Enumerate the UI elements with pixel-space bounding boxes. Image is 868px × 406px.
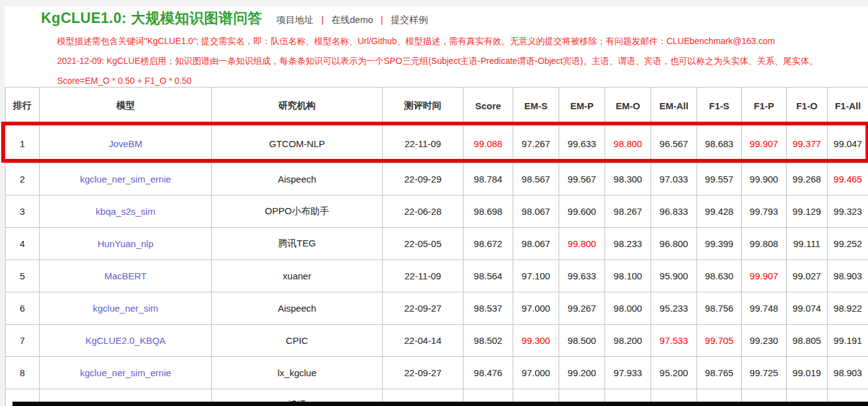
table-row: 6 kgclue_ner_sim Aispeech 22-09-27 98.53… bbox=[6, 292, 868, 325]
f1-all-cell: 98.903 bbox=[828, 357, 868, 389]
f1-s-cell: 98.765 bbox=[697, 357, 742, 389]
table-body: 1 JoveBM GTCOM-NLP 22-11-09 99.088 97.26… bbox=[6, 125, 868, 406]
f1-s-cell: 99.557 bbox=[697, 163, 742, 196]
table-row: 1 JoveBM GTCOM-NLP 22-11-09 99.088 97.26… bbox=[6, 125, 868, 163]
notice-block: 模型描述需包含关键词"KgCLUE1.0"; 提交需实名，即：队伍名称、模型名称… bbox=[57, 35, 868, 86]
header-links: 项目地址 | 在线demo | 提交样例 bbox=[276, 14, 428, 25]
col-header-f1-p: F1-P bbox=[742, 88, 787, 125]
leaderboard-table-wrap: 排行 模型 研究机构 测评时间 Score EM-S EM-P EM-O EM-… bbox=[5, 87, 868, 406]
table-row: 3 kbqa_s2s_sim OPPO小布助手 22-06-28 98.698 … bbox=[6, 196, 868, 228]
model-cell: MacBERT bbox=[40, 260, 212, 292]
em-o-cell: 97.933 bbox=[605, 357, 651, 389]
link-separator: | bbox=[321, 14, 324, 25]
f1-o-cell: 99.019 bbox=[787, 357, 828, 389]
date-cell: 22-11-09 bbox=[383, 125, 464, 163]
score-cell: 98.698 bbox=[464, 196, 513, 228]
rank-cell: 8 bbox=[6, 357, 40, 389]
page-header: KgCLUE1.0: 大规模知识图谱问答 项目地址 | 在线demo | 提交样… bbox=[5, 6, 868, 28]
em-all-cell: 96.567 bbox=[651, 125, 697, 163]
date-cell: 22-04-14 bbox=[383, 325, 464, 357]
f1-all-cell: 99.047 bbox=[828, 125, 868, 163]
score-cell: 98.476 bbox=[464, 357, 513, 389]
model-link[interactable]: JoveBM bbox=[109, 138, 142, 149]
rank-cell: 2 bbox=[6, 163, 40, 196]
online-demo-link[interactable]: 在线demo bbox=[331, 14, 373, 25]
em-all-cell: 96.833 bbox=[651, 196, 697, 228]
score-cell: 98.502 bbox=[464, 325, 513, 357]
table-row: 5 MacBERT xuaner 22-11-09 98.564 97.100 … bbox=[6, 260, 868, 292]
col-header-f1-s: F1-S bbox=[697, 88, 742, 125]
model-link[interactable]: kbqa_s2s_sim bbox=[96, 206, 155, 217]
f1-o-cell: 99.074 bbox=[787, 292, 828, 325]
f1-p-cell: 99.230 bbox=[742, 325, 787, 357]
model-link[interactable]: MacBERT bbox=[104, 271, 147, 281]
model-cell: kgclue_ner_sim_ernie bbox=[40, 357, 212, 389]
org-cell: CPIC bbox=[212, 325, 383, 357]
col-header-em-all: EM-All bbox=[651, 88, 697, 125]
model-link[interactable]: kgclue_ner_sim bbox=[93, 303, 158, 314]
model-link[interactable]: kgclue_ner_sim_ernie bbox=[80, 174, 171, 184]
f1-s-cell: 99.399 bbox=[697, 228, 742, 260]
em-s-cell: 97.000 bbox=[513, 292, 559, 325]
em-o-cell: 98.233 bbox=[605, 228, 651, 260]
date-cell: 22-06-28 bbox=[383, 196, 464, 228]
f1-all-cell: 98.922 bbox=[828, 292, 868, 325]
col-header-f1-all: F1-All bbox=[828, 88, 868, 125]
date-cell: 22-09-27 bbox=[383, 357, 464, 389]
project-url-link[interactable]: 项目地址 bbox=[276, 14, 314, 25]
f1-all-cell: 99.465 bbox=[828, 163, 868, 196]
f1-o-cell: 99.268 bbox=[787, 163, 828, 196]
notice-submission-rules: 模型描述需包含关键词"KgCLUE1.0"; 提交需实名，即：队伍名称、模型名称… bbox=[57, 35, 868, 47]
f1-all-cell: 98.903 bbox=[828, 260, 868, 292]
f1-o-cell: 99.377 bbox=[787, 125, 828, 163]
f1-o-cell: 99.111 bbox=[787, 228, 828, 260]
model-cell: JoveBM bbox=[40, 125, 212, 163]
col-header-em-s: EM-S bbox=[513, 88, 559, 125]
em-all-cell: 96.800 bbox=[651, 228, 697, 260]
org-cell: xuaner bbox=[212, 260, 383, 292]
em-p-cell: 98.500 bbox=[559, 325, 605, 357]
col-header-score: Score bbox=[464, 88, 513, 125]
date-cell: 22-05-05 bbox=[383, 228, 464, 260]
rank-cell: 4 bbox=[6, 228, 40, 260]
f1-all-cell: 99.191 bbox=[828, 325, 868, 357]
bottom-black-bar bbox=[12, 402, 868, 406]
em-p-cell: 99.600 bbox=[559, 196, 605, 228]
model-cell: KgCLUE2.0_KBQA bbox=[40, 325, 212, 357]
em-all-cell: 95.233 bbox=[651, 292, 697, 325]
col-header-rank: 排行 bbox=[6, 88, 40, 125]
f1-p-cell: 99.793 bbox=[742, 196, 787, 228]
em-o-cell: 98.100 bbox=[605, 260, 651, 292]
org-cell: Aispeech bbox=[212, 163, 383, 196]
model-link[interactable]: HunYuan_nlp bbox=[98, 238, 153, 249]
table-row: 4 HunYuan_nlp 腾讯TEG 22-05-05 98.672 98.0… bbox=[6, 228, 868, 260]
notice-board-launch: 2021-12-09: KgCLUE榜启用；知识图谱由一条知识组成，每条条知识可… bbox=[57, 55, 868, 66]
em-p-cell: 99.633 bbox=[559, 125, 605, 163]
model-link[interactable]: KgCLUE2.0_KBQA bbox=[85, 335, 165, 346]
org-cell: lx_kgclue bbox=[212, 357, 383, 389]
f1-p-cell: 99.808 bbox=[742, 228, 787, 260]
f1-all-cell: 99.252 bbox=[828, 228, 868, 260]
model-cell: HunYuan_nlp bbox=[40, 228, 212, 260]
model-link[interactable]: kgclue_ner_sim_ernie bbox=[80, 368, 171, 378]
f1-p-cell: 99.900 bbox=[742, 163, 787, 196]
em-p-cell: 99.633 bbox=[559, 260, 605, 292]
org-cell: GTCOM-NLP bbox=[212, 125, 383, 163]
score-cell: 99.088 bbox=[464, 125, 513, 163]
rank-cell: 3 bbox=[6, 196, 40, 228]
org-cell: OPPO小布助手 bbox=[212, 196, 383, 228]
link-separator: | bbox=[381, 14, 383, 25]
f1-p-cell: 99.907 bbox=[742, 125, 787, 163]
rank-cell: 5 bbox=[6, 260, 40, 292]
em-all-cell: 97.533 bbox=[651, 325, 697, 357]
em-s-cell: 97.100 bbox=[513, 260, 559, 292]
em-p-cell: 99.800 bbox=[559, 228, 605, 260]
notice-score-formula: Score=EM_O * 0.50 + F1_O * 0.50 bbox=[57, 75, 868, 86]
em-s-cell: 97.000 bbox=[513, 357, 559, 389]
model-cell: kgclue_ner_sim bbox=[40, 292, 212, 325]
em-o-cell: 98.200 bbox=[605, 325, 651, 357]
submit-sample-link[interactable]: 提交样例 bbox=[391, 14, 428, 25]
rank-cell: 1 bbox=[6, 125, 40, 163]
score-cell: 98.537 bbox=[464, 292, 513, 325]
col-header-em-o: EM-O bbox=[605, 88, 651, 125]
